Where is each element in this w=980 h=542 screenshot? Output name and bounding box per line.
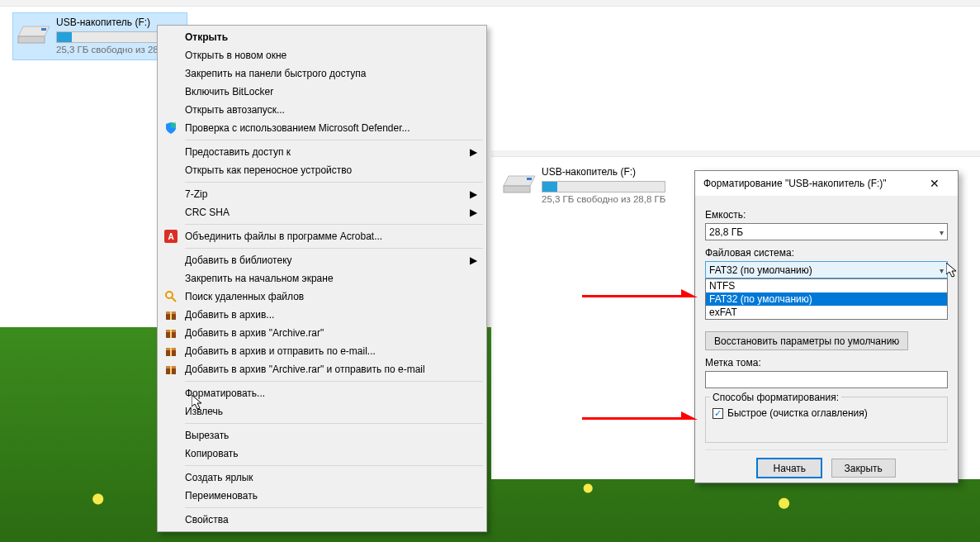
svg-rect-5 xyxy=(527,178,532,180)
usb-drive-icon xyxy=(502,169,537,194)
capacity-value: 28,8 ГБ xyxy=(709,226,743,238)
winrar-icon xyxy=(164,345,178,358)
ctx-add-to-archive[interactable]: Добавить в архив... xyxy=(160,306,484,324)
svg-rect-1 xyxy=(18,36,45,43)
ctx-enable-bitlocker[interactable]: Включить BitLocker xyxy=(160,83,484,101)
shield-icon xyxy=(164,121,178,135)
separator xyxy=(185,182,483,183)
svg-line-10 xyxy=(172,297,176,302)
submenu-arrow-icon: ▶ xyxy=(470,207,477,218)
close-button[interactable]: ✕ xyxy=(918,172,951,195)
submenu-arrow-icon: ▶ xyxy=(470,254,477,266)
winrar-icon xyxy=(164,363,178,376)
annotation-arrow-icon xyxy=(582,411,698,420)
ctx-add-to-library[interactable]: Добавить в библиотеку▶ xyxy=(160,251,484,269)
close-button[interactable]: Закрыть xyxy=(831,459,896,478)
filesystem-value: FAT32 (по умолчанию) xyxy=(709,264,812,276)
ctx-format[interactable]: Форматировать... xyxy=(160,384,484,402)
ctx-label: Добавить в библиотеку xyxy=(185,254,292,266)
svg-rect-16 xyxy=(170,330,172,338)
cursor-icon xyxy=(192,395,205,411)
drive-name: USB-накопитель (F:) xyxy=(542,166,665,179)
ctx-properties[interactable]: Свойства xyxy=(160,511,484,529)
svg-point-9 xyxy=(166,292,173,298)
close-icon: ✕ xyxy=(930,177,940,190)
ctx-create-shortcut[interactable]: Создать ярлык xyxy=(160,468,484,487)
separator xyxy=(185,140,483,140)
dialog-titlebar[interactable]: Форматирование "USB-накопитель (F:)" ✕ xyxy=(695,171,958,196)
ctx-label: Добавить в архив "Archive.rar" и отправи… xyxy=(185,364,425,375)
format-options-label: Способы форматирования: xyxy=(710,392,841,403)
ctx-open-autoplay[interactable]: Открыть автозапуск... xyxy=(160,101,484,119)
svg-marker-3 xyxy=(504,176,535,186)
svg-rect-22 xyxy=(170,366,172,374)
ctx-label: Поиск удаленных файлов xyxy=(185,291,304,302)
ctx-label: Копировать xyxy=(185,448,239,459)
quick-format-label: Быстрое (очистка оглавления) xyxy=(727,407,868,419)
svg-marker-28 xyxy=(681,411,698,420)
filesystem-select[interactable]: FAT32 (по умолчанию) ▾ NTFS FAT32 (по ум… xyxy=(705,261,948,278)
button-label: Начать xyxy=(774,463,807,474)
ctx-scan-defender[interactable]: Проверка с использованием Microsoft Defe… xyxy=(160,119,484,137)
svg-marker-24 xyxy=(946,263,956,277)
ctx-cut[interactable]: Вырезать xyxy=(160,426,484,445)
ctx-label: Добавить в архив и отправить по e-mail..… xyxy=(185,345,376,357)
capacity-label: Емкость: xyxy=(705,209,948,221)
ctx-copy[interactable]: Копировать xyxy=(160,445,484,463)
capacity-select[interactable]: 28,8 ГБ ▾ xyxy=(705,223,948,240)
drive-free-text: 25,3 ГБ свободно из 28,8 ГБ xyxy=(542,193,665,206)
ctx-open[interactable]: Открыть xyxy=(160,28,484,46)
ctx-label: Вырезать xyxy=(185,430,229,441)
ctx-combine-acrobat[interactable]: A Объединить файлы в программе Acrobat..… xyxy=(160,227,484,245)
ctx-label: Открыть как переносное устройство xyxy=(185,164,352,176)
filesystem-dropdown: NTFS FAT32 (по умолчанию) exFAT xyxy=(705,278,948,320)
separator xyxy=(185,381,483,382)
ctx-label: Закрепить на панели быстрого доступа xyxy=(185,68,367,79)
ctx-label: Свойства xyxy=(185,514,229,525)
context-menu: Открыть Открыть в новом окне Закрепить н… xyxy=(157,25,487,532)
ctx-7zip[interactable]: 7-Zip▶ xyxy=(160,185,484,203)
format-dialog: Форматирование "USB-накопитель (F:)" ✕ Е… xyxy=(694,170,959,483)
ctx-rename[interactable]: Переименовать xyxy=(160,487,484,505)
restore-defaults-button[interactable]: Восстановить параметры по умолчанию xyxy=(705,331,908,350)
ctx-open-portable[interactable]: Открыть как переносное устройство xyxy=(160,161,484,179)
start-button[interactable]: Начать xyxy=(757,459,821,478)
format-options-group: Способы форматирования: ✓ Быстрое (очист… xyxy=(705,397,948,443)
fs-option-fat32[interactable]: FAT32 (по умолчанию) xyxy=(706,292,947,306)
button-label: Закрыть xyxy=(845,463,883,474)
chevron-down-icon: ▾ xyxy=(940,227,944,236)
ctx-pin-to-start[interactable]: Закрепить на начальном экране xyxy=(160,269,484,288)
winrar-icon xyxy=(164,326,178,340)
cursor-icon xyxy=(946,263,959,279)
magnifier-trash-icon xyxy=(164,290,178,303)
drive-tile-f[interactable]: USB-накопитель (F:) 25,3 ГБ свободно из … xyxy=(498,162,673,210)
button-label: Восстановить параметры по умолчанию xyxy=(714,335,899,347)
separator xyxy=(185,224,483,225)
ctx-label: Открыть автозапуск... xyxy=(185,104,285,116)
ctx-add-to-archive-rar[interactable]: Добавить в архив "Archive.rar" xyxy=(160,324,484,342)
volume-label-input[interactable] xyxy=(705,371,948,388)
submenu-arrow-icon: ▶ xyxy=(470,146,477,158)
ctx-eject[interactable]: Извлечь xyxy=(160,402,484,421)
ctx-label: Добавить в архив... xyxy=(185,309,274,321)
fs-option-ntfs[interactable]: NTFS xyxy=(706,279,947,292)
fs-option-exfat[interactable]: exFAT xyxy=(706,306,947,319)
ctx-add-archive-rar-email[interactable]: Добавить в архив "Archive.rar" и отправи… xyxy=(160,360,484,378)
ctx-share[interactable]: Предоставить доступ к▶ xyxy=(160,143,484,161)
ctx-label: Открыть в новом окне xyxy=(185,50,286,61)
ctx-label: Закрепить на начальном экране xyxy=(185,273,334,284)
ctx-add-archive-email[interactable]: Добавить в архив и отправить по e-mail..… xyxy=(160,342,484,360)
ctx-label: Включить BitLocker xyxy=(185,86,273,97)
svg-rect-13 xyxy=(170,311,172,320)
svg-marker-0 xyxy=(18,26,50,36)
ctx-pin-quick-access[interactable]: Закрепить на панели быстрого доступа xyxy=(160,64,484,83)
separator xyxy=(185,248,483,249)
usb-drive-icon xyxy=(17,20,51,45)
ctx-label: Проверка с использованием Microsoft Defe… xyxy=(185,122,410,134)
ctx-open-new-window[interactable]: Открыть в новом окне xyxy=(160,46,484,64)
quick-format-checkbox[interactable]: ✓ xyxy=(713,408,723,419)
svg-text:A: A xyxy=(168,232,173,241)
ctx-crc-sha[interactable]: CRC SHA▶ xyxy=(160,203,484,221)
ctx-search-deleted[interactable]: Поиск удаленных файлов xyxy=(160,288,484,306)
filesystem-label: Файловая система: xyxy=(705,247,948,259)
